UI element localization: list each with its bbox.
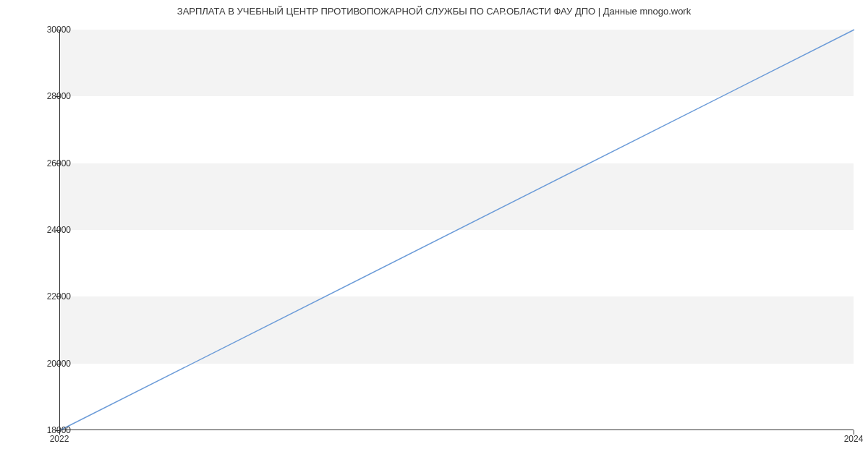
x-axis-tick-label: 2024 [844, 434, 864, 444]
line-series [60, 30, 854, 430]
plot-area [59, 30, 854, 430]
y-axis-tick-label: 24000 [27, 225, 71, 235]
y-axis-tick-label: 30000 [27, 25, 71, 35]
y-axis-tick-label: 26000 [27, 158, 71, 168]
chart-title: ЗАРПЛАТА В УЧЕБНЫЙ ЦЕНТР ПРОТИВОПОЖАРНОЙ… [0, 6, 868, 17]
y-axis-tick-label: 20000 [27, 359, 71, 369]
x-axis-tick-mark [854, 430, 854, 435]
y-axis-tick-label: 22000 [27, 291, 71, 302]
y-axis-tick-label: 28000 [27, 91, 71, 101]
x-axis-tick-label: 2022 [50, 434, 69, 444]
x-axis-tick-mark [59, 430, 60, 435]
